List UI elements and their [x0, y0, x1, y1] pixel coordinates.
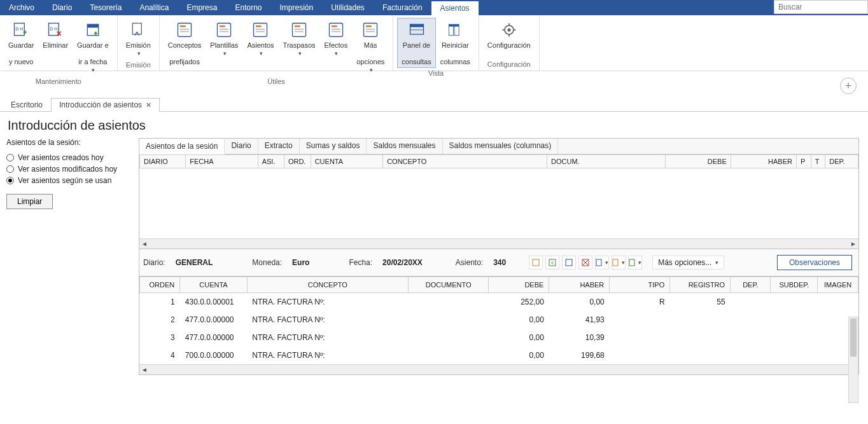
- table-row[interactable]: 2477.0.0.00000NTRA. FACTURA Nº:0,0041,93: [140, 311, 858, 329]
- menu-empresa[interactable]: Empresa: [178, 0, 226, 15]
- table-row[interactable]: 4700.0.0.00000NTRA. FACTURA Nº:0,00199,6…: [140, 346, 858, 364]
- mas-opciones-button[interactable]: Másopciones ▾: [352, 18, 389, 76]
- entries-horizontal-scrollbar[interactable]: ◄ ►: [139, 364, 858, 374]
- emision-button[interactable]: Emisión ▾: [122, 18, 155, 60]
- traspasos-button[interactable]: Traspasos ▾: [279, 18, 320, 60]
- col-dep[interactable]: DEP.: [731, 277, 771, 293]
- svg-rect-36: [449, 24, 459, 27]
- conceptos-prefijados-button[interactable]: Conceptosprefijados: [164, 18, 206, 68]
- tool-icon-1[interactable]: [529, 256, 543, 270]
- col-fecha[interactable]: FECHA: [186, 155, 258, 168]
- col-concepto[interactable]: CONCEPTO: [383, 155, 547, 168]
- plantillas-button[interactable]: Plantillas ▾: [206, 18, 242, 60]
- col-asi[interactable]: ASI.: [258, 155, 284, 168]
- table-row[interactable]: 1430.0.0.00001NTRA. FACTURA Nº:252,000,0…: [140, 293, 858, 311]
- cell-haber: 10,39: [549, 329, 610, 346]
- doctab-introducción-de-asientos[interactable]: Introducción de asientos✕: [51, 98, 160, 112]
- menu-tesorería[interactable]: Tesorería: [81, 0, 130, 15]
- radio-ver-asientos-creados-hoy[interactable]: Ver asientos creados hoy: [6, 153, 132, 162]
- menu-analítica[interactable]: Analítica: [130, 0, 178, 15]
- tool-dd-2[interactable]: ▾: [612, 256, 626, 270]
- col-haber[interactable]: HABER: [549, 277, 610, 293]
- col-imagen[interactable]: IMAGEN: [818, 277, 858, 293]
- doctab-escritorio[interactable]: Escritorio: [3, 98, 51, 112]
- col-debe[interactable]: DEBE: [665, 155, 731, 168]
- efectos-button[interactable]: Efectos ▾: [320, 18, 353, 60]
- inner-tab-asientos-de-la-sesión[interactable]: Asientos de la sesión: [139, 139, 225, 154]
- tool-dd-1[interactable]: ▾: [595, 256, 609, 270]
- inner-tab-extracto[interactable]: Extracto: [258, 139, 300, 154]
- radio-icon: [6, 177, 14, 184]
- col-docum[interactable]: DOCUM.: [547, 155, 666, 168]
- svg-rect-18: [256, 31, 265, 32]
- asiento-label: Asiento:: [456, 258, 483, 267]
- guardar-y-nuevo-icon: D H: [11, 20, 31, 40]
- asiento-value[interactable]: 340: [493, 258, 506, 267]
- tool-icon-2[interactable]: +: [545, 256, 559, 270]
- col-diario[interactable]: DIARIO: [140, 155, 186, 168]
- col-orden[interactable]: ORDEN: [140, 277, 180, 293]
- tool-dd-3[interactable]: ▾: [628, 256, 642, 270]
- inner-tab-saldos-mensuales-(columnas)[interactable]: Saldos mensuales (columnas): [443, 139, 559, 154]
- add-tab-button[interactable]: +: [840, 78, 857, 94]
- col-ord[interactable]: ORD.: [284, 155, 311, 168]
- limpiar-button[interactable]: Limpiar: [6, 194, 53, 209]
- scroll-right-icon[interactable]: ►: [848, 239, 858, 249]
- col-debe[interactable]: DEBE: [489, 277, 549, 293]
- scroll-left-icon[interactable]: ◄: [139, 365, 150, 375]
- configuracion-button[interactable]: Configuración: [483, 18, 535, 51]
- asientos-util-button[interactable]: Asientos ▾: [242, 18, 278, 60]
- radio-ver-asientos-modificados-hoy[interactable]: Ver asientos modificados hoy: [6, 165, 132, 174]
- guardar-ir-fecha-button[interactable]: Guardar eir a fecha ▾: [73, 18, 113, 76]
- col-documento[interactable]: DOCUMENTO: [408, 277, 489, 293]
- cell-dep: [731, 329, 771, 346]
- col-t[interactable]: T: [811, 155, 825, 168]
- menu-asientos[interactable]: Asientos: [431, 0, 479, 15]
- cell-orden: 2: [140, 311, 180, 329]
- col-dep[interactable]: DEP.: [825, 155, 858, 168]
- inner-tab-sumas-y-saldos[interactable]: Sumas y saldos: [300, 139, 367, 154]
- col-registro[interactable]: REGISTRO: [670, 277, 731, 293]
- menu-utilidades[interactable]: Utilidades: [322, 0, 374, 15]
- emision-icon: [128, 20, 148, 40]
- table-row[interactable]: 3477.0.0.00000NTRA. FACTURA Nº:0,0010,39: [140, 329, 858, 346]
- col-cuenta[interactable]: CUENTA: [180, 277, 247, 293]
- entries-vertical-scrollbar[interactable]: [848, 317, 858, 403]
- cell-concepto: NTRA. FACTURA Nº:: [247, 329, 408, 346]
- menu-entorno[interactable]: Entorno: [226, 0, 270, 15]
- horizontal-scrollbar[interactable]: ◄ ►: [139, 238, 858, 249]
- menu-diario[interactable]: Diario: [43, 0, 81, 15]
- svg-rect-51: [613, 259, 618, 266]
- menu-impresión[interactable]: Impresión: [270, 0, 322, 15]
- tool-icon-4[interactable]: [578, 256, 592, 270]
- col-haber[interactable]: HABER: [731, 155, 796, 168]
- col-tipo[interactable]: TIPO: [610, 277, 670, 293]
- menu-facturación[interactable]: Facturación: [374, 0, 431, 15]
- diario-value: GENERAL: [176, 258, 213, 267]
- observaciones-button[interactable]: Observaciones: [777, 255, 852, 270]
- inner-tab-saldos-mensuales[interactable]: Saldos mensuales: [367, 139, 442, 154]
- col-subdep[interactable]: SUBDEP.: [771, 277, 818, 293]
- reiniciar-columnas-button[interactable]: Reiniciarcolumnas: [436, 18, 475, 68]
- scroll-left-icon[interactable]: ◄: [139, 239, 150, 249]
- guardar-y-nuevo-button[interactable]: D HGuardary nuevo: [4, 18, 38, 68]
- tool-icon-3[interactable]: [562, 256, 576, 270]
- search-input[interactable]: [774, 0, 868, 14]
- mas-opciones-dropdown[interactable]: Más opciones...▾: [652, 256, 724, 270]
- cell-cuenta: 477.0.0.00000: [180, 329, 247, 346]
- panel-consultas-button[interactable]: Panel deconsultas: [397, 18, 435, 68]
- menu-archivo[interactable]: Archivo: [0, 0, 43, 15]
- cell-debe: 0,00: [489, 311, 549, 329]
- eliminar-button[interactable]: D HEliminar: [38, 18, 73, 51]
- radio-ver-asientos-según-se-usan[interactable]: Ver asientos según se usan: [6, 176, 132, 185]
- col-p[interactable]: P: [796, 155, 811, 168]
- radio-label: Ver asientos creados hoy: [18, 153, 104, 162]
- close-icon[interactable]: ✕: [146, 101, 151, 109]
- chevron-down-icon: ▾: [223, 50, 227, 58]
- radio-icon: [6, 165, 14, 173]
- col-concepto[interactable]: CONCEPTO: [247, 277, 408, 293]
- inner-tab-diario[interactable]: Diario: [225, 139, 258, 154]
- col-cuenta[interactable]: CUENTA: [311, 155, 382, 168]
- cell-subdep: [771, 311, 818, 329]
- fecha-value[interactable]: 20/02/20XX: [382, 258, 423, 267]
